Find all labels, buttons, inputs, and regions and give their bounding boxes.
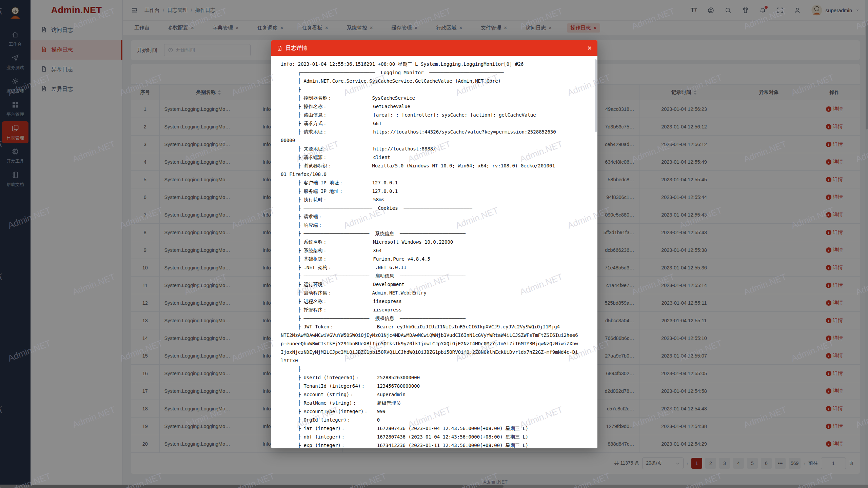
document-icon xyxy=(277,45,282,51)
log-detail-text: info: 2023-01-04 12:55:36.1516291 +08:00… xyxy=(271,56,597,448)
modal-scrollbar-thumb[interactable] xyxy=(595,59,597,132)
close-icon[interactable]: ✕ xyxy=(587,45,592,52)
modal-title: 日志详情 xyxy=(285,45,307,52)
log-detail-modal: 日志详情 ✕ info: 2023-01-04 12:55:36.1516291… xyxy=(271,40,597,448)
modal-header: 日志详情 ✕ xyxy=(271,40,597,56)
